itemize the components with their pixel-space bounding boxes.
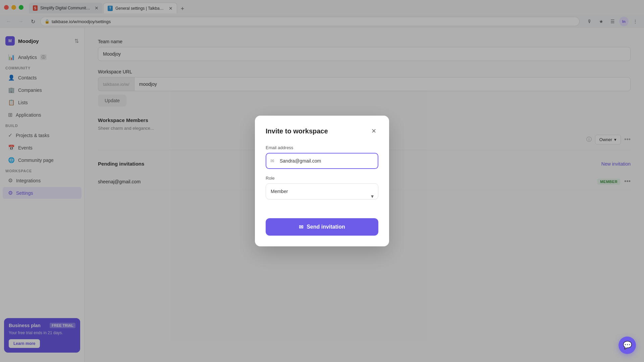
role-select-wrapper: Member Admin Owner ▾	[266, 183, 378, 209]
modal-header: Invite to workspace ✕	[266, 126, 378, 136]
email-field-label: Email address	[266, 145, 378, 150]
role-field-label: Role	[266, 176, 378, 181]
chat-widget-button[interactable]: 💬	[619, 337, 636, 354]
send-invitation-button[interactable]: ✉ Send invitation	[266, 218, 378, 236]
send-invitation-label: Send invitation	[307, 224, 345, 230]
role-select[interactable]: Member Admin Owner	[266, 183, 378, 199]
modal-overlay[interactable]: Invite to workspace ✕ Email address ✉ Ro…	[0, 0, 644, 362]
email-icon: ✉	[270, 158, 274, 164]
email-field-group: Email address ✉	[266, 145, 378, 169]
modal-close-button[interactable]: ✕	[369, 126, 378, 136]
send-icon: ✉	[299, 224, 303, 230]
modal-title: Invite to workspace	[266, 127, 328, 135]
email-input[interactable]	[266, 153, 378, 169]
role-field-group: Role Member Admin Owner ▾	[266, 176, 378, 209]
invite-modal: Invite to workspace ✕ Email address ✉ Ro…	[255, 116, 389, 246]
chat-widget-icon: 💬	[623, 341, 632, 350]
email-input-wrapper: ✉	[266, 153, 378, 169]
